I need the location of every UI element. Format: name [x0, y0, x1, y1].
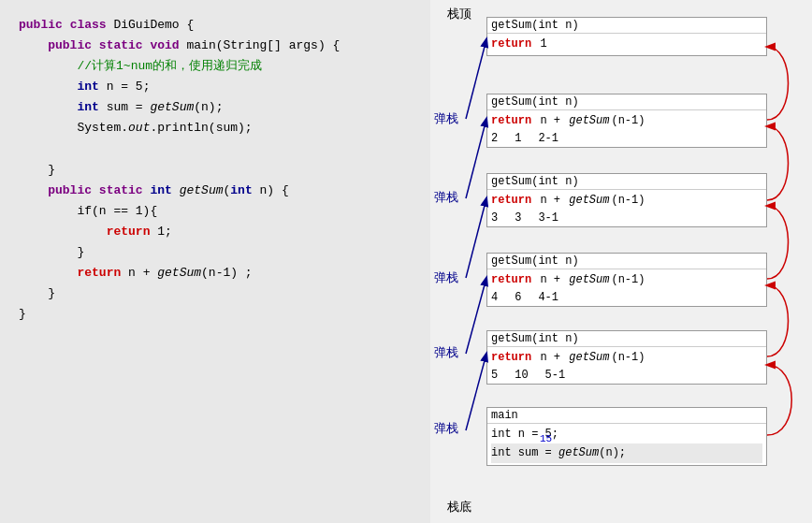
pop-label-4: 弹栈	[434, 344, 458, 361]
code-line-5: int sum = getSum(n);	[19, 97, 412, 118]
frame-nums-5: 5 10 5-1	[487, 369, 766, 384]
code-line-15: }	[19, 304, 412, 325]
frame-nums-3: 3 3 3-1	[487, 211, 766, 226]
code-line-6: System.out.println(sum);	[19, 118, 412, 138]
frame-body-1: return 1	[487, 34, 766, 55]
frame-title-2: getSum(int n)	[487, 94, 766, 110]
pop-label-2: 弹栈	[434, 189, 458, 206]
code-line-4: int n = 5;	[19, 77, 412, 97]
code-line-7	[19, 139, 412, 160]
frame-title-5: getSum(int n)	[487, 331, 766, 347]
frame-body-4: return n + getSum(n-1)	[487, 269, 766, 291]
frame-body-2: return n + getSum(n-1)	[487, 110, 766, 132]
code-line-14: }	[19, 283, 412, 304]
code-line-3: //计算1~num的和，使用递归完成	[19, 56, 412, 77]
frame-nums-2: 2 1 2-1	[487, 132, 766, 147]
frame-getsum-3: getSum(int n) return n + getSum(n-1) 3 3…	[486, 173, 767, 227]
stack-panel: 栈顶 栈底 弹栈 弹栈 弹栈 弹栈 弹栈 getSum(int n) retur…	[430, 0, 812, 523]
frame-title-1: getSum(int n)	[487, 18, 766, 34]
code-line-8: }	[19, 160, 412, 181]
pop-label-5: 弹栈	[434, 420, 458, 437]
frame-body-3: return n + getSum(n-1)	[487, 190, 766, 211]
frame-body-main: int n = 5; int sum = getSum(n); 15	[487, 424, 766, 465]
code-line-9: public static int getSum(int n) {	[19, 181, 412, 201]
code-panel: public class DiGuiDemo { public static v…	[0, 0, 430, 523]
svg-line-0	[466, 39, 486, 119]
frame-body-5: return n + getSum(n-1)	[487, 347, 766, 369]
code-line-10: if(n == 1){	[19, 201, 412, 222]
pop-label-1: 弹栈	[434, 110, 458, 127]
svg-line-3	[466, 278, 486, 354]
pop-label-3: 弹栈	[434, 269, 458, 286]
svg-line-4	[466, 354, 486, 430]
frame-main: main int n = 5; int sum = getSum(n); 15	[486, 407, 767, 466]
frame-getsum-4: getSum(int n) return n + getSum(n-1) 4 6…	[486, 253, 767, 307]
stack-top-label: 栈顶	[447, 6, 471, 22]
frame-getsum-2: getSum(int n) return n + getSum(n-1) 2 1…	[486, 94, 767, 148]
svg-line-2	[466, 198, 486, 278]
code-line-2: public static void main(String[] args) {	[19, 36, 412, 56]
code-line-13: return n + getSum(n-1) ;	[19, 263, 412, 283]
frame-title-main: main	[487, 408, 766, 424]
frame-title-4: getSum(int n)	[487, 254, 766, 269]
code-line-12: }	[19, 242, 412, 263]
stack-bottom-label: 栈底	[447, 499, 471, 516]
code-line-1: public class DiGuiDemo {	[19, 15, 412, 36]
code-line-11: return 1;	[19, 222, 412, 242]
frame-title-3: getSum(int n)	[487, 174, 766, 190]
frame-getsum-base: getSum(int n) return 1	[486, 17, 767, 56]
frame-getsum-5: getSum(int n) return n + getSum(n-1) 5 1…	[486, 330, 767, 385]
frame-nums-4: 4 6 4-1	[487, 291, 766, 306]
svg-line-1	[466, 119, 486, 198]
